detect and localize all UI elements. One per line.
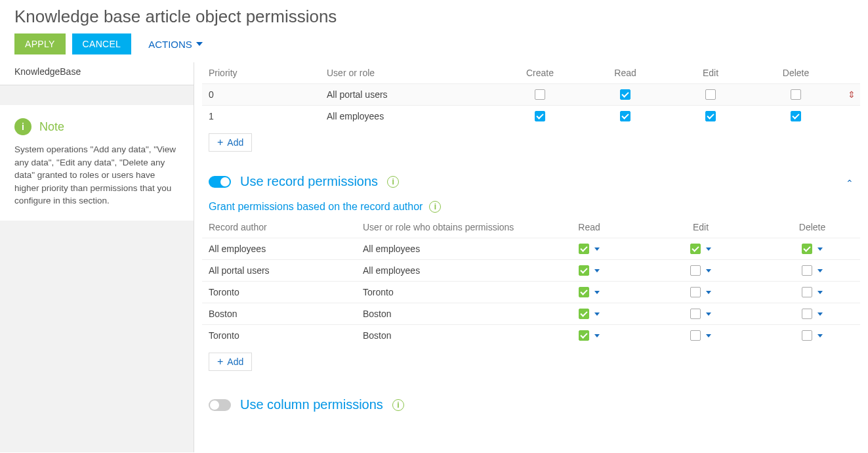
apply-button[interactable]: Apply — [14, 33, 66, 54]
record-permission-row[interactable]: BostonBoston — [202, 303, 860, 324]
col-gets: User or role who obtains permissions — [363, 222, 533, 232]
info-icon[interactable]: i — [392, 399, 404, 411]
level-dropdown-icon[interactable] — [594, 313, 600, 316]
info-icon[interactable]: i — [429, 201, 441, 213]
toolbar: Apply Cancel Actions — [14, 33, 868, 54]
use-column-permissions-toggle[interactable] — [209, 399, 231, 411]
permission-checkbox[interactable] — [690, 265, 701, 276]
priority-cell: 1 — [209, 111, 327, 121]
col-author: Record author — [209, 222, 363, 232]
level-dropdown-icon[interactable] — [594, 291, 600, 294]
record-permissions-subtitle-text: Grant permissions based on the record au… — [209, 201, 423, 213]
level-dropdown-icon[interactable] — [706, 248, 711, 251]
object-permission-row[interactable]: 0All portal users⇕ — [202, 83, 860, 105]
sidebar-object-name[interactable]: KnowledgeBase — [0, 62, 194, 85]
level-dropdown-icon[interactable] — [706, 269, 711, 272]
permission-checkbox[interactable] — [802, 265, 812, 276]
author-cell: Boston — [209, 309, 363, 319]
permission-checkbox[interactable] — [690, 330, 701, 341]
object-permission-row[interactable]: 1All employees — [202, 105, 860, 127]
permission-checkbox[interactable] — [620, 111, 630, 121]
level-dropdown-icon[interactable] — [817, 269, 823, 272]
obtainer-cell: All employees — [363, 244, 533, 254]
add-label: Add — [227, 356, 243, 367]
permission-checkbox[interactable] — [579, 287, 589, 297]
info-icon[interactable]: i — [387, 176, 399, 188]
permission-checkbox[interactable] — [802, 309, 812, 319]
obtainer-cell: Boston — [363, 330, 533, 341]
permission-checkbox[interactable] — [620, 89, 630, 100]
permission-checkbox[interactable] — [690, 287, 701, 297]
add-label: Add — [227, 137, 243, 148]
permission-checkbox[interactable] — [802, 287, 812, 297]
level-dropdown-icon[interactable] — [817, 291, 823, 294]
permission-checkbox[interactable] — [705, 111, 716, 121]
permission-checkbox[interactable] — [791, 89, 801, 100]
sidebar: KnowledgeBase i Note System operations "… — [0, 62, 194, 452]
add-object-permission-button[interactable]: + Add — [209, 133, 252, 152]
record-permissions-header: Record author User or role who obtains p… — [202, 217, 860, 238]
col-priority: Priority — [209, 68, 327, 78]
col-read: Read — [533, 222, 645, 232]
col-delete: Delete — [756, 222, 868, 232]
permission-checkbox[interactable] — [791, 111, 801, 121]
record-permissions-subtitle: Grant permissions based on the record au… — [209, 201, 860, 213]
record-permission-row[interactable]: TorontoBoston — [202, 324, 860, 346]
col-edit: Edit — [645, 222, 756, 232]
obtainer-cell: All employees — [363, 265, 533, 276]
sidebar-gap — [0, 85, 194, 105]
cancel-button[interactable]: Cancel — [72, 33, 132, 54]
obtainer-cell: Toronto — [363, 287, 533, 297]
column-permissions-title: Use column permissions — [240, 397, 383, 412]
col-edit: Edit — [668, 68, 753, 78]
level-dropdown-icon[interactable] — [594, 248, 600, 251]
permission-checkbox[interactable] — [690, 244, 701, 254]
obtainer-cell: Boston — [363, 309, 533, 319]
author-cell: All portal users — [209, 265, 363, 276]
drag-handle-icon[interactable]: ⇕ — [838, 89, 865, 100]
object-permissions-header: Priority User or role Create Read Edit D… — [202, 62, 860, 83]
col-read: Read — [583, 68, 668, 78]
add-record-permission-button[interactable]: + Add — [209, 353, 252, 371]
permission-checkbox[interactable] — [802, 244, 812, 254]
record-permission-row[interactable]: All employeesAll employees — [202, 238, 860, 259]
note-box: i Note System operations "Add any data",… — [0, 105, 194, 221]
level-dropdown-icon[interactable] — [706, 313, 711, 316]
author-cell: Toronto — [209, 287, 363, 297]
permission-checkbox[interactable] — [579, 309, 589, 319]
permission-checkbox[interactable] — [690, 309, 701, 319]
permission-checkbox[interactable] — [535, 89, 545, 100]
record-permissions-title: Use record permissions — [240, 174, 378, 189]
level-dropdown-icon[interactable] — [594, 334, 600, 337]
chevron-down-icon — [196, 42, 203, 46]
author-cell: All employees — [209, 244, 363, 254]
column-permissions-section-head: Use column permissions i — [202, 397, 860, 412]
level-dropdown-icon[interactable] — [706, 334, 711, 337]
collapse-section-icon[interactable]: ⌃ — [846, 178, 854, 188]
main-panel: Priority User or role Create Read Edit D… — [194, 62, 868, 452]
permission-checkbox[interactable] — [802, 330, 812, 341]
object-permissions-table: Priority User or role Create Read Edit D… — [202, 62, 860, 152]
author-cell: Toronto — [209, 330, 363, 341]
level-dropdown-icon[interactable] — [706, 291, 711, 294]
actions-menu-label: Actions — [148, 39, 192, 50]
permission-checkbox[interactable] — [535, 111, 545, 121]
note-text: System operations "Add any data", "View … — [14, 143, 179, 207]
actions-menu[interactable]: Actions — [148, 39, 203, 50]
permission-checkbox[interactable] — [579, 330, 589, 341]
col-user: User or role — [327, 68, 497, 78]
permission-checkbox[interactable] — [579, 244, 589, 254]
level-dropdown-icon[interactable] — [817, 313, 823, 316]
level-dropdown-icon[interactable] — [817, 248, 823, 251]
permission-checkbox[interactable] — [705, 89, 716, 100]
user-cell: All portal users — [327, 89, 497, 100]
sidebar-tail — [0, 221, 194, 452]
record-permissions-section-head: Use record permissions i ⌃ — [202, 174, 860, 189]
record-permission-row[interactable]: All portal usersAll employees — [202, 259, 860, 281]
level-dropdown-icon[interactable] — [817, 334, 823, 337]
use-record-permissions-toggle[interactable] — [209, 176, 231, 188]
level-dropdown-icon[interactable] — [594, 269, 600, 272]
record-permission-row[interactable]: TorontoToronto — [202, 281, 860, 303]
priority-cell: 0 — [209, 89, 327, 100]
permission-checkbox[interactable] — [579, 265, 589, 276]
